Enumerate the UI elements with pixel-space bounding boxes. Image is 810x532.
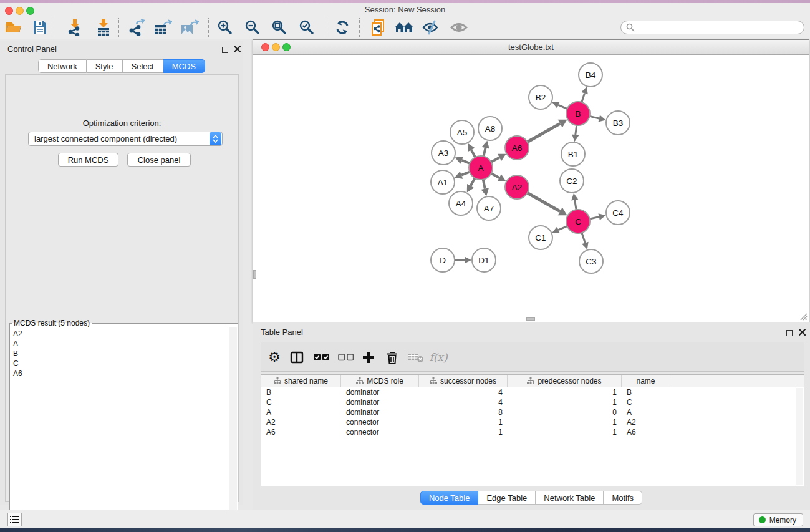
table-cell[interactable]: 1 bbox=[508, 427, 622, 437]
table-cell[interactable]: 4 bbox=[419, 387, 508, 397]
graph-node-C2[interactable]: C2 bbox=[560, 169, 584, 193]
graph-edge[interactable] bbox=[528, 193, 567, 215]
tab-node-table[interactable]: Node Table bbox=[420, 491, 479, 505]
table-cell[interactable]: C bbox=[261, 397, 341, 407]
float-panel-icon[interactable] bbox=[222, 46, 228, 55]
table-cell[interactable]: C bbox=[622, 397, 670, 407]
graph-node-C3[interactable]: C3 bbox=[579, 249, 603, 273]
graph-edge[interactable] bbox=[582, 233, 589, 249]
tab-motifs[interactable]: Motifs bbox=[604, 491, 642, 505]
table-row[interactable]: Bdominator41B bbox=[261, 387, 804, 397]
graph-node-A6[interactable]: A6 bbox=[505, 136, 529, 160]
tab-network-table[interactable]: Network Table bbox=[536, 491, 604, 505]
network-window-titlebar[interactable]: testGlobe.txt bbox=[253, 40, 809, 55]
graph-edge[interactable] bbox=[481, 180, 489, 196]
graph-node-A5[interactable]: A5 bbox=[450, 120, 474, 144]
mcds-result-item[interactable]: A6 bbox=[13, 369, 229, 379]
table-cell[interactable]: 8 bbox=[419, 407, 508, 417]
graph-node-B1[interactable]: B1 bbox=[561, 142, 585, 166]
run-mcds-button[interactable]: Run MCDS bbox=[58, 153, 118, 167]
graph-node-D1[interactable]: D1 bbox=[472, 248, 496, 272]
graph-node-C1[interactable]: C1 bbox=[529, 226, 552, 249]
network-hscroll-thumb[interactable] bbox=[526, 317, 535, 321]
table-row[interactable]: Cdominator41C bbox=[261, 397, 804, 407]
graph-edge[interactable] bbox=[491, 173, 506, 181]
houses-icon[interactable] bbox=[393, 17, 415, 38]
network-canvas[interactable]: AA1A2A3A4A5A6A7A8BB1B2B3B4CC1C2C3C4DD1 bbox=[253, 55, 809, 322]
mcds-result-item[interactable]: B bbox=[13, 349, 229, 359]
graph-node-C4[interactable]: C4 bbox=[606, 201, 630, 225]
graph-edge[interactable] bbox=[552, 226, 567, 233]
graph-node-A2[interactable]: A2 bbox=[505, 175, 529, 199]
zoom-out-icon[interactable] bbox=[242, 17, 263, 38]
graph-node-B4[interactable]: B4 bbox=[579, 63, 602, 87]
table-cell[interactable]: 1 bbox=[419, 427, 508, 437]
table-cell[interactable]: A6 bbox=[622, 427, 670, 437]
table-cell[interactable]: A6 bbox=[261, 427, 341, 437]
graph-node-D[interactable]: D bbox=[431, 248, 455, 272]
column-header-name[interactable]: name bbox=[622, 375, 670, 387]
table-row[interactable]: Adominator80A bbox=[261, 407, 804, 417]
table-cell[interactable]: connector bbox=[341, 427, 419, 437]
graph-edge[interactable] bbox=[572, 125, 579, 142]
open-file-icon[interactable] bbox=[3, 17, 24, 38]
table-cell[interactable]: A bbox=[261, 407, 341, 417]
graph-edge[interactable] bbox=[481, 140, 489, 156]
column-header-shared-name[interactable]: shared name bbox=[261, 375, 341, 387]
table-cell[interactable]: A2 bbox=[622, 417, 670, 427]
close-panel-icon[interactable] bbox=[234, 45, 241, 54]
graph-node-A[interactable]: A bbox=[469, 156, 493, 180]
add-column-icon[interactable] bbox=[358, 347, 379, 368]
graph-node-B3[interactable]: B3 bbox=[606, 111, 630, 135]
refresh-icon[interactable] bbox=[332, 17, 353, 38]
graph-node-A3[interactable]: A3 bbox=[432, 141, 455, 165]
tab-style[interactable]: Style bbox=[87, 59, 123, 73]
graph-node-B[interactable]: B bbox=[566, 102, 590, 125]
tab-select[interactable]: Select bbox=[123, 59, 163, 73]
table-cell[interactable]: dominator bbox=[341, 397, 419, 407]
table-cell[interactable]: B bbox=[622, 387, 670, 397]
graph-node-A8[interactable]: A8 bbox=[478, 117, 502, 140]
graph-edge[interactable] bbox=[590, 213, 606, 220]
criterion-dropdown[interactable]: largest connected component (directed) bbox=[28, 132, 223, 146]
copy-network-icon[interactable] bbox=[368, 17, 389, 38]
graph-edge[interactable] bbox=[455, 256, 471, 263]
table-cell[interactable]: A bbox=[622, 407, 670, 417]
graph-edge[interactable] bbox=[467, 178, 475, 193]
graph-node-C[interactable]: C bbox=[566, 210, 590, 233]
table-scrollbar[interactable] bbox=[796, 388, 803, 485]
mcds-list-scrollbar[interactable] bbox=[229, 327, 237, 531]
task-history-button[interactable] bbox=[7, 513, 22, 526]
table-cell[interactable]: dominator bbox=[341, 407, 419, 417]
table-cell[interactable]: 1 bbox=[508, 387, 622, 397]
resize-grip-icon[interactable] bbox=[798, 311, 808, 321]
delete-table-icon[interactable] bbox=[405, 347, 427, 368]
graph-edge[interactable] bbox=[468, 143, 475, 157]
table-cell[interactable]: dominator bbox=[341, 387, 419, 397]
graph-node-A1[interactable]: A1 bbox=[431, 170, 455, 194]
table-settings-icon[interactable]: ⚙ bbox=[264, 347, 285, 368]
graph-edge[interactable] bbox=[581, 87, 588, 102]
memory-button[interactable]: Memory bbox=[753, 513, 803, 526]
mcds-result-item[interactable]: A2 bbox=[13, 329, 229, 339]
column-view-icon[interactable] bbox=[286, 347, 307, 368]
table-row[interactable]: A6connector11A6 bbox=[261, 427, 804, 437]
table-cell[interactable]: B bbox=[261, 387, 341, 397]
table-cell[interactable]: connector bbox=[341, 417, 419, 427]
delete-column-icon[interactable] bbox=[382, 347, 403, 368]
table-cell[interactable]: 1 bbox=[508, 397, 622, 407]
graph-edge[interactable] bbox=[589, 115, 605, 122]
search-input[interactable] bbox=[635, 23, 804, 32]
export-table-icon[interactable] bbox=[152, 17, 173, 38]
select-all-columns-icon[interactable] bbox=[311, 347, 332, 368]
mcds-result-item[interactable]: A bbox=[13, 339, 229, 349]
zoom-fit-icon[interactable] bbox=[269, 17, 290, 38]
column-header-successor-nodes[interactable]: successor nodes bbox=[419, 375, 508, 387]
graph-edge[interactable] bbox=[455, 157, 470, 164]
table-cell[interactable]: A2 bbox=[261, 417, 341, 427]
tab-mcds[interactable]: MCDS bbox=[163, 59, 205, 73]
network-vscroll-thumb[interactable] bbox=[253, 270, 256, 279]
hide-eye-icon[interactable] bbox=[420, 17, 441, 38]
deselect-all-columns-icon[interactable] bbox=[335, 347, 357, 368]
tab-network[interactable]: Network bbox=[38, 59, 87, 73]
